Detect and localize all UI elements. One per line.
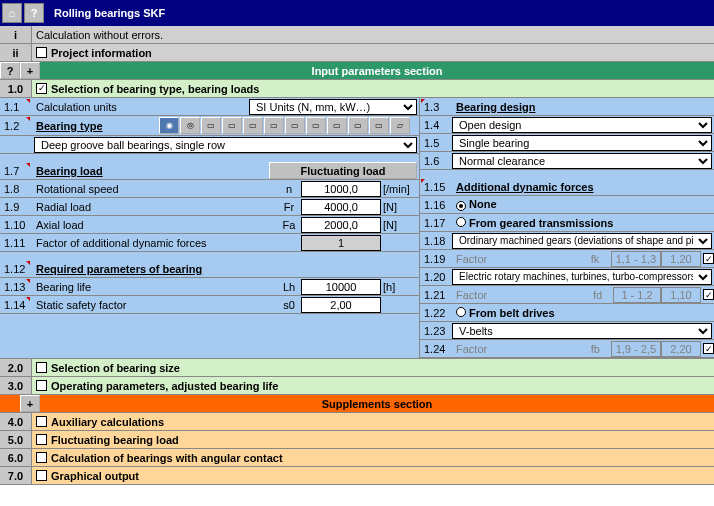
bt-icon-1[interactable]: ◉ (159, 117, 179, 134)
s1-checkbox[interactable]: ✓ (36, 83, 47, 94)
bt-icon-2[interactable]: ◎ (180, 117, 200, 134)
num-5.0: 5.0 (0, 431, 32, 448)
label-none: None (469, 198, 497, 210)
help-button[interactable]: ? (0, 62, 20, 79)
radial-input[interactable] (301, 199, 381, 215)
range-fd: 1 - 1,2 (613, 287, 661, 303)
bt-icon-4[interactable]: ▭ (222, 117, 242, 134)
label-fk: Factor (452, 253, 591, 265)
num-1.12: 1.12 (4, 263, 25, 275)
label-safety: Static safety factor (32, 299, 277, 311)
bearing-type-select[interactable]: Deep groove ball bearings, single row (34, 137, 417, 153)
s5-label: Fluctuating bearing load (51, 434, 179, 446)
radio-none[interactable] (456, 201, 466, 211)
life-input[interactable] (301, 279, 381, 295)
num-1.9: 1.9 (4, 201, 19, 213)
num-1.24: 1.24 (424, 343, 445, 355)
app-title: Rolling bearings SKF (54, 7, 165, 19)
fluctuating-load-button[interactable]: Fluctuating load (269, 162, 417, 179)
val-fk: 1,20 (661, 251, 701, 267)
label-radial: Radial load (32, 201, 277, 213)
project-checkbox[interactable] (36, 47, 47, 58)
supp-section-header: + Supplements section (0, 395, 714, 413)
bt-icon-9[interactable]: ▭ (327, 117, 347, 134)
chk-fk[interactable]: ✓ (703, 253, 714, 264)
section-3: 3.0 Operating parameters, adjusted beari… (0, 377, 714, 395)
chk-fb[interactable]: ✓ (703, 343, 714, 354)
num-1.7: 1.7 (4, 165, 19, 177)
label-speed: Rotational speed (32, 183, 277, 195)
label-bearing-type: Bearing type (32, 120, 159, 132)
gears-select[interactable]: Ordinary machined gears (deviations of s… (452, 233, 712, 249)
s7-checkbox[interactable] (36, 470, 47, 481)
expand-button[interactable]: + (20, 62, 40, 79)
num-1.21: 1.21 (424, 289, 445, 301)
num-1.4: 1.4 (424, 119, 439, 131)
axial-input[interactable] (301, 217, 381, 233)
help-icon[interactable]: ? (24, 3, 44, 23)
s4-checkbox[interactable] (36, 416, 47, 427)
s2-checkbox[interactable] (36, 362, 47, 373)
val-fd: 1,10 (661, 287, 701, 303)
label-units: Calculation units (32, 101, 249, 113)
radio-geared[interactable] (456, 217, 466, 227)
sym-fr: Fr (277, 201, 301, 213)
sym-fb: fb (591, 343, 611, 355)
row-ii: ii (0, 44, 32, 61)
section-4: 4.0 Auxiliary calculations (0, 413, 714, 431)
num-3.0: 3.0 (0, 377, 32, 394)
units-select[interactable]: SI Units (N, mm, kW…) (249, 99, 417, 115)
label-factor: Factor of additional dynamic forces (32, 237, 277, 249)
sym-s0: s0 (277, 299, 301, 311)
machines-select[interactable]: Electric rotary machines, turbines, turb… (452, 269, 712, 285)
val-fb: 2,20 (661, 341, 701, 357)
num-1.1: 1.1 (4, 101, 19, 113)
s6-checkbox[interactable] (36, 452, 47, 463)
label-fd: Factor (452, 289, 593, 301)
clearance-select[interactable]: Normal clearance (452, 153, 712, 169)
safety-input[interactable] (301, 297, 381, 313)
factor-input[interactable] (301, 235, 381, 251)
input-section-header: ? + Input parameters section (0, 62, 714, 80)
num-1.2: 1.2 (4, 120, 19, 132)
s5-checkbox[interactable] (36, 434, 47, 445)
section-1: 1.0 ✓Selection of bearing type, bearing … (0, 80, 714, 98)
bt-icon-6[interactable]: ▭ (264, 117, 284, 134)
bt-icon-5[interactable]: ▭ (243, 117, 263, 134)
s3-label: Operating parameters, adjusted bearing l… (51, 380, 278, 392)
num-1.15: 1.15 (424, 181, 445, 193)
single-select[interactable]: Single bearing (452, 135, 712, 151)
num-1.10: 1.10 (4, 219, 25, 231)
s3-checkbox[interactable] (36, 380, 47, 391)
label-axial: Axial load (32, 219, 277, 231)
section-7: 7.0 Graphical output (0, 467, 714, 485)
bearing-icon-bar: ◉ ◎ ▭ ▭ ▭ ▭ ▭ ▭ ▭ ▭ ▭ ▱ (159, 117, 419, 134)
num-1.11: 1.11 (4, 237, 25, 249)
bt-icon-7[interactable]: ▭ (285, 117, 305, 134)
num-1.18: 1.18 (424, 235, 445, 247)
bt-icon-11[interactable]: ▭ (369, 117, 389, 134)
app-icon[interactable]: ⌂ (2, 3, 22, 23)
supp-expand-button[interactable]: + (20, 395, 40, 412)
bt-icon-3[interactable]: ▭ (201, 117, 221, 134)
chk-fd[interactable]: ✓ (703, 289, 714, 300)
speed-input[interactable] (301, 181, 381, 197)
radio-belt[interactable] (456, 307, 466, 317)
sym-lh: Lh (277, 281, 301, 293)
bt-icon-12[interactable]: ▱ (390, 117, 410, 134)
bt-icon-8[interactable]: ▭ (306, 117, 326, 134)
bt-icon-10[interactable]: ▭ (348, 117, 368, 134)
num-1.23: 1.23 (424, 325, 445, 337)
sym-fa: Fa (277, 219, 301, 231)
design-select[interactable]: Open design (452, 117, 712, 133)
label-bearing-load: Bearing load (32, 165, 269, 177)
title-bar: ⌂ ? Rolling bearings SKF (0, 0, 714, 26)
label-design: Bearing design (452, 101, 714, 113)
range-fk: 1,1 - 1,3 (611, 251, 661, 267)
sym-n: n (277, 183, 301, 195)
s4-label: Auxiliary calculations (51, 416, 164, 428)
unit-radial: [N] (381, 201, 419, 213)
section-6: 6.0 Calculation of bearings with angular… (0, 449, 714, 467)
num-1.19: 1.19 (424, 253, 445, 265)
belt-select[interactable]: V-belts (452, 323, 712, 339)
